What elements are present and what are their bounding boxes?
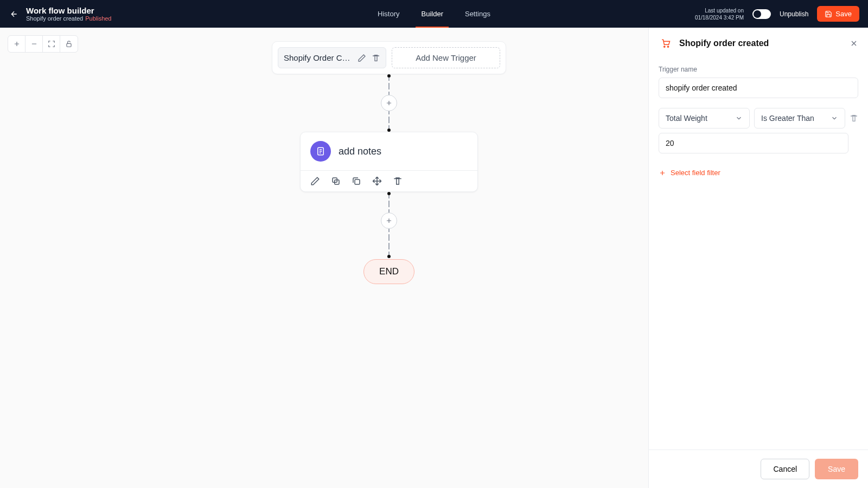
trash-icon[interactable] (372, 54, 380, 62)
last-updated: Last updated on 01/18/2024 3:42 PM (695, 7, 744, 21)
back-arrow-icon[interactable] (9, 9, 20, 20)
app-header: Work flow builder Shopify order createdP… (0, 0, 868, 28)
svg-rect-0 (67, 43, 71, 47)
trigger-label: Shopify Order Cr… (284, 53, 352, 62)
close-icon[interactable] (850, 39, 858, 48)
add-node-button[interactable] (381, 95, 397, 111)
plus-icon (659, 169, 666, 177)
svg-rect-4 (355, 179, 360, 184)
filter-operator-select[interactable]: Is Greater Than (754, 108, 845, 129)
add-trigger-button[interactable]: Add New Trigger (392, 47, 500, 68)
chevron-down-icon (735, 114, 743, 122)
end-node: END (363, 259, 414, 284)
page-title: Work flow builder (26, 6, 112, 15)
chevron-down-icon (831, 114, 838, 122)
filter-field-select[interactable]: Total Weight (659, 108, 750, 129)
add-filter-button[interactable]: Select field filter (659, 169, 858, 177)
note-icon (310, 141, 331, 162)
trigger-chip[interactable]: Shopify Order Cr… (278, 47, 386, 68)
nav-history[interactable]: History (367, 0, 410, 28)
connector (381, 74, 397, 132)
publish-toggle[interactable] (752, 9, 771, 19)
lock-button[interactable] (60, 36, 78, 52)
page-subtitle: Shopify order createdPublished (26, 15, 112, 22)
move-icon[interactable] (372, 176, 382, 186)
copy-icon[interactable] (331, 176, 341, 186)
trigger-name-input[interactable] (659, 78, 858, 98)
node-add-notes[interactable]: add notes (300, 132, 478, 192)
cancel-button[interactable]: Cancel (761, 459, 809, 479)
node-actions (301, 170, 477, 191)
save-button[interactable]: Save (817, 6, 859, 22)
nav-settings[interactable]: Settings (454, 0, 501, 28)
panel-title: Shopify order created (679, 38, 843, 48)
panel-footer: Cancel Save (649, 450, 868, 488)
zoom-out-button[interactable] (25, 36, 43, 52)
node-title: add notes (339, 146, 381, 157)
svg-point-6 (667, 46, 668, 47)
title-block: Work flow builder Shopify order createdP… (26, 6, 112, 22)
save-icon (825, 10, 832, 18)
add-node-button[interactable] (381, 213, 397, 229)
connector (381, 192, 397, 258)
side-panel: Shopify order created Trigger name Total… (648, 28, 868, 488)
trash-icon[interactable] (850, 114, 858, 123)
trigger-group: Shopify Order Cr… Add New Trigger (272, 41, 506, 74)
unpublish-label: Unpublish (780, 10, 808, 18)
panel-body: Trigger name Total Weight Is Greater Tha… (649, 59, 868, 450)
cart-icon (659, 36, 673, 50)
header-nav: History Builder Settings (367, 0, 501, 28)
workflow: Shopify Order Cr… Add New Trigger add no… (272, 41, 506, 284)
nav-builder[interactable]: Builder (411, 0, 454, 28)
header-right: Last updated on 01/18/2024 3:42 PM Unpub… (695, 6, 859, 22)
filter-row: Total Weight Is Greater Than (659, 108, 858, 129)
zoom-in-button[interactable] (8, 36, 25, 52)
panel-save-button[interactable]: Save (815, 459, 858, 479)
fullscreen-button[interactable] (43, 36, 60, 52)
trigger-name-label: Trigger name (659, 66, 858, 73)
filter-value-input[interactable] (659, 133, 848, 153)
duplicate-icon[interactable] (352, 176, 361, 186)
trash-icon[interactable] (393, 176, 403, 186)
svg-point-5 (664, 46, 665, 47)
panel-header: Shopify order created (649, 28, 868, 59)
pencil-icon[interactable] (358, 54, 366, 62)
header-left: Work flow builder Shopify order createdP… (9, 6, 112, 22)
canvas-toolbar (8, 35, 78, 53)
pencil-icon[interactable] (310, 176, 320, 186)
